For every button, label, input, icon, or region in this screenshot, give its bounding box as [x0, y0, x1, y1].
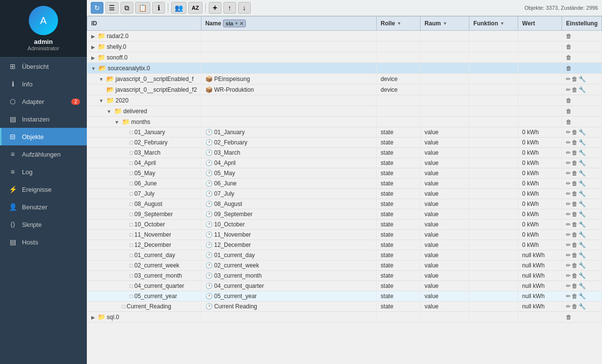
- edit-icon[interactable]: ✏: [566, 76, 571, 82]
- settings-icon[interactable]: 🔧: [579, 252, 586, 259]
- users-button[interactable]: 👥: [171, 2, 186, 14]
- sidebar-item-objekte[interactable]: ⊟ Objekte: [0, 128, 87, 145]
- tree-toggle[interactable]: ▼: [99, 98, 104, 103]
- delete-icon[interactable]: 🗑: [572, 231, 578, 238]
- edit-icon[interactable]: ✏: [566, 252, 571, 259]
- rolle-dropdown-arrow[interactable]: ▼: [397, 21, 401, 26]
- table-row[interactable]: □03_current_month 🕐 03_current_month sta…: [87, 271, 602, 281]
- delete-icon[interactable]: 🗑: [572, 262, 578, 269]
- settings-icon[interactable]: 🔧: [579, 231, 586, 238]
- settings-icon[interactable]: 🔧: [579, 211, 586, 218]
- table-row[interactable]: □05_current_year 🕐 05_current_year state…: [87, 291, 602, 302]
- edit-icon[interactable]: ✏: [566, 211, 571, 218]
- table-row[interactable]: □04_April 🕐 04_April state value 0 kWh ✏…: [87, 158, 602, 168]
- settings-icon[interactable]: 🔧: [579, 262, 586, 269]
- delete-icon[interactable]: 🗑: [566, 33, 572, 40]
- delete-icon[interactable]: 🗑: [572, 303, 578, 310]
- delete-icon[interactable]: 🗑: [572, 86, 578, 93]
- refresh-button[interactable]: ↻: [91, 2, 103, 14]
- table-row[interactable]: □03_March 🕐 03_March state value 0 kWh ✏…: [87, 148, 602, 158]
- sidebar-item-hosts[interactable]: ▤ Hosts: [0, 233, 87, 251]
- table-row[interactable]: □10_October 🕐 10_October state value 0 k…: [87, 220, 602, 230]
- table-row[interactable]: □01_January 🕐 01_January state value 0 k…: [87, 127, 602, 138]
- delete-icon[interactable]: 🗑: [572, 252, 578, 259]
- filter-clear-button[interactable]: ✕: [240, 21, 243, 26]
- sidebar-item-aufzaehlungen[interactable]: ≡ Aufzählungen: [0, 145, 87, 163]
- sidebar-item-instanzen[interactable]: ▤ Instanzen: [0, 110, 87, 128]
- settings-icon[interactable]: 🔧: [579, 76, 586, 82]
- delete-icon[interactable]: 🗑: [572, 139, 578, 146]
- settings-icon[interactable]: 🔧: [579, 201, 586, 207]
- edit-icon[interactable]: ✏: [566, 86, 571, 93]
- settings-icon[interactable]: 🔧: [579, 221, 586, 228]
- settings-icon[interactable]: 🔧: [579, 86, 586, 93]
- table-row[interactable]: □11_November 🕐 11_November state value 0…: [87, 230, 602, 240]
- edit-icon[interactable]: ✏: [566, 201, 571, 207]
- tree-toggle[interactable]: ▼: [91, 66, 96, 71]
- edit-icon[interactable]: ✏: [566, 303, 571, 310]
- list-button[interactable]: ☰: [105, 2, 119, 14]
- delete-icon[interactable]: 🗑: [566, 119, 572, 125]
- table-row[interactable]: □08_August 🕐 08_August state value 0 kWh…: [87, 199, 602, 209]
- delete-icon[interactable]: 🗑: [572, 190, 578, 197]
- edit-icon[interactable]: ✏: [566, 283, 571, 289]
- delete-icon[interactable]: 🗑: [566, 97, 572, 104]
- delete-icon[interactable]: 🗑: [566, 54, 572, 61]
- delete-icon[interactable]: 🗑: [572, 76, 578, 82]
- settings-icon[interactable]: 🔧: [579, 283, 586, 289]
- settings-icon[interactable]: 🔧: [579, 180, 586, 187]
- delete-icon[interactable]: 🗑: [572, 170, 578, 177]
- delete-icon[interactable]: 🗑: [572, 283, 578, 289]
- edit-icon[interactable]: ✏: [566, 129, 571, 136]
- delete-icon[interactable]: 🗑: [572, 149, 578, 156]
- settings-icon[interactable]: 🔧: [579, 139, 586, 146]
- table-row[interactable]: □05_May 🕐 05_May state value 0 kWh ✏ 🗑 🔧: [87, 168, 602, 179]
- sidebar-item-log[interactable]: ≡ Log: [0, 163, 87, 181]
- delete-icon[interactable]: 🗑: [566, 314, 572, 321]
- copy-button[interactable]: ⧉: [120, 2, 133, 14]
- funktion-dropdown-arrow[interactable]: ▼: [500, 21, 504, 26]
- table-row[interactable]: □12_December 🕐 12_December state value 0…: [87, 240, 602, 250]
- tree-toggle[interactable]: ▶: [91, 34, 95, 39]
- delete-icon[interactable]: 🗑: [572, 129, 578, 136]
- sidebar-item-benutzer[interactable]: 👤 Benutzer: [0, 198, 87, 216]
- table-row[interactable]: ▼ 📁delivered 🗑: [87, 106, 602, 117]
- sidebar-item-uebersicht[interactable]: ⊞ Übersicht: [0, 58, 87, 75]
- settings-icon[interactable]: 🔧: [579, 293, 586, 300]
- edit-icon[interactable]: ✏: [566, 262, 571, 269]
- edit-icon[interactable]: ✏: [566, 149, 571, 156]
- table-row[interactable]: ▼ 📁2020 🗑: [87, 95, 602, 106]
- table-row[interactable]: ▶ 📁radar2.0 🗑: [87, 31, 602, 41]
- table-row[interactable]: ▼ 📁months 🗑: [87, 117, 602, 127]
- filter-dropdown-arrow[interactable]: ▼: [234, 21, 239, 26]
- delete-icon[interactable]: 🗑: [566, 65, 572, 72]
- table-row[interactable]: □Current_Reading 🕐 Current Reading state…: [87, 302, 602, 312]
- edit-icon[interactable]: ✏: [566, 272, 571, 279]
- delete-icon[interactable]: 🗑: [572, 160, 578, 166]
- tree-toggle[interactable]: ▼: [115, 120, 120, 125]
- sidebar-item-skripte[interactable]: ⟨⟩ Skripte: [0, 216, 87, 233]
- edit-icon[interactable]: ✏: [566, 190, 571, 197]
- tree-toggle[interactable]: ▼: [99, 77, 104, 82]
- tree-toggle[interactable]: ▼: [107, 109, 112, 114]
- edit-icon[interactable]: ✏: [566, 242, 571, 248]
- table-row[interactable]: 📂javascript_0__scriptEnabled_f2 📦 WR-Pro…: [87, 84, 602, 95]
- table-row[interactable]: ▼ 📂javascript_0__scriptEnabled_f 📦 PEins…: [87, 74, 602, 84]
- delete-icon[interactable]: 🗑: [572, 201, 578, 207]
- table-row[interactable]: □02_current_week 🕐 02_current_week state…: [87, 261, 602, 271]
- settings-icon[interactable]: 🔧: [579, 149, 586, 156]
- edit-icon[interactable]: ✏: [566, 180, 571, 187]
- settings-icon[interactable]: 🔧: [579, 242, 586, 248]
- sidebar-item-info[interactable]: ℹ Info: [0, 75, 87, 93]
- delete-icon[interactable]: 🗑: [566, 108, 572, 115]
- table-row[interactable]: □07_July 🕐 07_July state value 0 kWh ✏ 🗑…: [87, 189, 602, 199]
- table-row[interactable]: □02_February 🕐 02_February state value 0…: [87, 138, 602, 148]
- tree-toggle[interactable]: ▶: [91, 55, 95, 61]
- table-row[interactable]: ▶ 📁shelly.0 🗑: [87, 41, 602, 52]
- table-row[interactable]: □06_June 🕐 06_June state value 0 kWh ✏ 🗑…: [87, 179, 602, 189]
- add-button[interactable]: +: [209, 2, 221, 14]
- edit-icon[interactable]: ✏: [566, 170, 571, 177]
- delete-icon[interactable]: 🗑: [572, 180, 578, 187]
- tree-toggle[interactable]: ▶: [91, 315, 95, 320]
- delete-icon[interactable]: 🗑: [566, 43, 572, 50]
